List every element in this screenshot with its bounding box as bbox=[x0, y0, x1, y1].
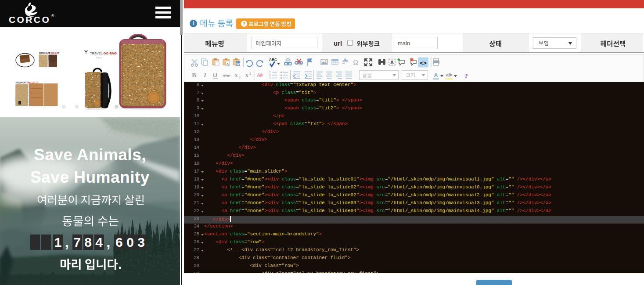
svg-text:W: W bbox=[236, 62, 240, 66]
svg-text:ab: ab bbox=[446, 72, 451, 77]
svg-text:®: ® bbox=[51, 14, 54, 18]
svg-text:2: 2 bbox=[239, 76, 241, 80]
svg-text:?: ? bbox=[464, 72, 468, 79]
svg-text:NECKLACE WALLET: NECKLACE WALLET bbox=[39, 52, 59, 54]
svg-text:B: B bbox=[192, 72, 196, 79]
svg-text:TRAVEL GO BAG: TRAVEL GO BAG bbox=[90, 51, 117, 55]
svg-text:A: A bbox=[390, 60, 394, 65]
svg-text:Ω: Ω bbox=[353, 59, 358, 66]
svg-text:I: I bbox=[203, 72, 206, 79]
svg-text:A: A bbox=[434, 72, 438, 79]
svg-text:U: U bbox=[213, 72, 217, 79]
svg-text:F A Q 2: F A Q 2 bbox=[96, 57, 102, 59]
svg-text:CORCO: CORCO bbox=[9, 14, 50, 24]
svg-text:PASSPORT WALLET ?!: PASSPORT WALLET ?! bbox=[16, 82, 38, 84]
svg-text:2: 2 bbox=[249, 72, 251, 76]
svg-text:ABC: ABC bbox=[269, 58, 277, 62]
svg-text:<>: <> bbox=[420, 60, 427, 67]
svg-text:3: 3 bbox=[269, 76, 271, 79]
svg-text:X: X bbox=[234, 72, 238, 79]
svg-text:X: X bbox=[245, 72, 249, 79]
svg-text:A: A bbox=[227, 62, 229, 66]
